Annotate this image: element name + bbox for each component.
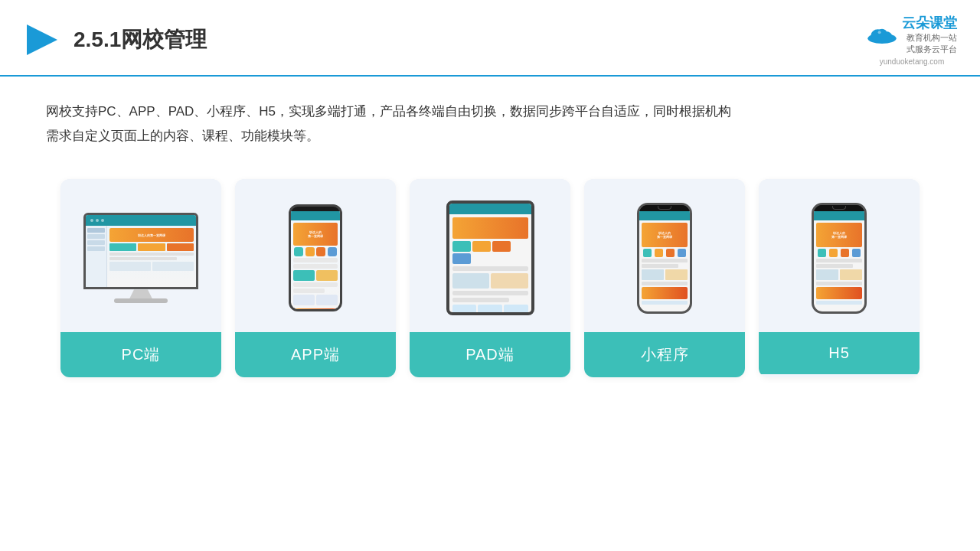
h5-notch-bar bbox=[814, 205, 864, 211]
card-miniprogram-image: 职达人的第一堂网课 bbox=[584, 179, 745, 332]
pad-tablet-body bbox=[446, 201, 534, 315]
logo-name: 云朵课堂 bbox=[902, 14, 957, 32]
logo-cloud: 云朵课堂 教育机构一站式服务云平台 bbox=[867, 14, 957, 56]
pad-content bbox=[449, 214, 531, 312]
logo-slogan: 教育机构一站式服务云平台 bbox=[902, 32, 957, 56]
app-card1 bbox=[293, 270, 315, 281]
app-icon2 bbox=[305, 247, 315, 256]
mini-icon4 bbox=[678, 249, 686, 257]
mini-row2 bbox=[642, 264, 678, 268]
app-card4 bbox=[316, 295, 338, 305]
pad-grid4 bbox=[452, 253, 471, 264]
miniprogram-phone-wrap: 职达人的第一堂网课 bbox=[637, 203, 692, 314]
app-screen-bar bbox=[291, 211, 340, 220]
app-list3 bbox=[293, 282, 338, 287]
pad-cards-row bbox=[452, 273, 528, 289]
pad-grid bbox=[452, 241, 528, 264]
app-card-row bbox=[293, 270, 338, 281]
h5-content: 职达人的第一堂网课 bbox=[814, 220, 864, 307]
pad-banner bbox=[452, 217, 528, 239]
app-icon1 bbox=[294, 247, 303, 256]
pad-tablet-mockup bbox=[446, 201, 534, 315]
logo-area: 云朵课堂 教育机构一站式服务云平台 yunduoketang.com bbox=[867, 14, 957, 66]
header-left: 2.5.1网校管理 bbox=[23, 21, 207, 59]
card-h5: 职达人的第一堂网课 bbox=[759, 179, 920, 377]
pad-grid1 bbox=[452, 241, 471, 252]
mini-notch-bar bbox=[639, 205, 690, 211]
app-card2 bbox=[316, 270, 338, 281]
miniprogram-phone: 职达人的第一堂网课 bbox=[637, 203, 692, 314]
app-icon3 bbox=[316, 247, 325, 256]
card-pc: 职达人的第一堂网课 bbox=[60, 179, 221, 377]
pad-grid2 bbox=[472, 241, 491, 252]
mini-card2 bbox=[665, 269, 688, 280]
mini-screen: 职达人的第一堂网课 bbox=[639, 211, 690, 311]
mini-card1 bbox=[642, 269, 664, 280]
app-phone-screen: 职达人的第一堂网课 bbox=[291, 211, 340, 309]
card-pc-label: PC端 bbox=[60, 332, 221, 377]
app-phone-body: 职达人的第一堂网课 bbox=[289, 204, 342, 311]
h5-icons bbox=[816, 249, 862, 257]
mini-icon1 bbox=[643, 249, 652, 257]
mini-icons bbox=[642, 249, 688, 257]
pad-tablet-screen bbox=[449, 204, 531, 312]
cards-row: 职达人的第一堂网课 bbox=[46, 179, 934, 377]
app-phone-content: 职达人的第一堂网课 bbox=[291, 220, 340, 309]
card-miniprogram: 职达人的第一堂网课 bbox=[584, 179, 745, 377]
h5-row3 bbox=[816, 282, 862, 285]
mini-bar bbox=[639, 211, 690, 220]
card-miniprogram-label: 小程序 bbox=[584, 332, 745, 377]
h5-notch bbox=[832, 206, 846, 210]
app-list1 bbox=[293, 258, 338, 262]
h5-card1 bbox=[816, 269, 838, 280]
app-phone-mockup: 职达人的第一堂网课 bbox=[289, 204, 342, 311]
mini-row4 bbox=[642, 301, 688, 305]
mini-row1 bbox=[642, 259, 688, 262]
mini-icon2 bbox=[655, 249, 663, 257]
description-text: 网校支持PC、APP、PAD、小程序、H5，实现多端打通，产品各终端自由切换，数… bbox=[46, 99, 934, 149]
card-app-label: APP端 bbox=[235, 332, 396, 377]
h5-icon4 bbox=[852, 249, 861, 257]
app-banner-text: 职达人的第一堂网课 bbox=[308, 230, 323, 238]
pc-screen: 职达人的第一堂网课 bbox=[83, 213, 198, 289]
pad-card4 bbox=[478, 305, 502, 312]
h5-icon1 bbox=[818, 249, 826, 257]
app-list4 bbox=[293, 289, 325, 293]
mini-content: 职达人的第一堂网课 bbox=[639, 220, 690, 307]
mini-row3 bbox=[642, 282, 688, 285]
pad-card2 bbox=[491, 273, 528, 289]
logo-text-group: 云朵课堂 教育机构一站式服务云平台 bbox=[902, 14, 957, 56]
h5-phone: 职达人的第一堂网课 bbox=[812, 203, 867, 314]
h5-row2 bbox=[816, 264, 853, 268]
card-pc-image: 职达人的第一堂网课 bbox=[60, 179, 221, 332]
mini-notch bbox=[658, 206, 671, 210]
h5-cards bbox=[816, 269, 862, 280]
mini-promo bbox=[642, 287, 688, 299]
pad-row1 bbox=[452, 266, 528, 271]
h5-banner: 职达人的第一堂网课 bbox=[816, 223, 862, 247]
card-app-image: 职达人的第一堂网课 bbox=[235, 179, 396, 332]
app-phone-icons bbox=[293, 247, 338, 256]
play-icon bbox=[23, 21, 61, 59]
app-list2 bbox=[293, 264, 338, 269]
header: 2.5.1网校管理 云朵课堂 教育机构一站式服务云平台 yunduoketang… bbox=[0, 0, 980, 77]
pad-row2 bbox=[452, 291, 528, 295]
main-content: 网校支持PC、APP、PAD、小程序、H5，实现多端打通，产品各终端自由切换，数… bbox=[0, 77, 980, 401]
cloud-icon bbox=[867, 24, 897, 45]
pad-row3 bbox=[452, 298, 509, 302]
h5-screen: 职达人的第一堂网课 bbox=[814, 211, 864, 311]
card-app: 职达人的第一堂网课 bbox=[235, 179, 396, 377]
pad-card5 bbox=[504, 305, 528, 312]
app-card3 bbox=[293, 295, 315, 305]
h5-bar bbox=[814, 211, 864, 220]
h5-icon2 bbox=[829, 249, 838, 257]
card-pad-image bbox=[410, 179, 570, 332]
pad-card1 bbox=[452, 273, 490, 289]
mini-icon3 bbox=[666, 249, 675, 257]
app-phone-notch bbox=[306, 207, 325, 211]
pc-mockup: 职达人的第一堂网课 bbox=[83, 213, 198, 303]
card-pad: PAD端 bbox=[410, 179, 570, 377]
mini-banner: 职达人的第一堂网课 bbox=[642, 223, 688, 247]
page-title: 2.5.1网校管理 bbox=[74, 25, 207, 54]
h5-promo bbox=[816, 287, 862, 299]
